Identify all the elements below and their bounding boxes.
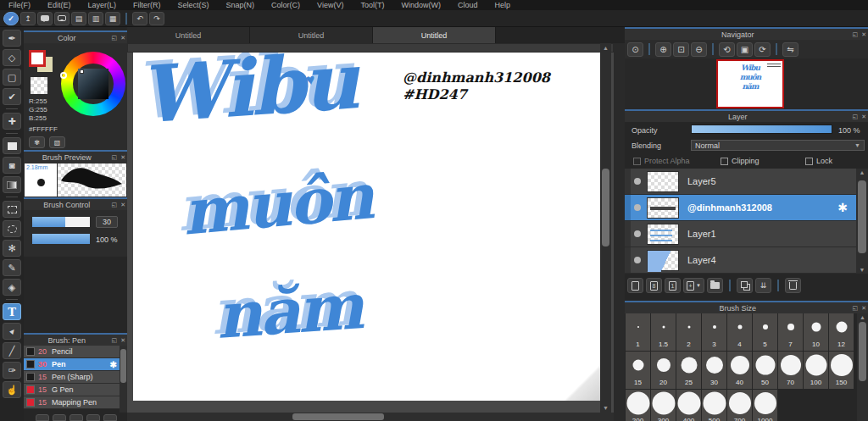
blending-dropdown[interactable]: Normal ▼ bbox=[691, 140, 865, 151]
clipping-checkbox[interactable]: Clipping bbox=[721, 157, 760, 165]
brush-row-pen[interactable]: 30 Pen ✱ bbox=[24, 358, 127, 371]
brush-size-option[interactable]: 20 bbox=[651, 352, 676, 389]
popout-icon[interactable]: ◱ bbox=[110, 337, 120, 344]
add-layer-button[interactable] bbox=[627, 278, 643, 293]
form-settings-button[interactable]: ▥ bbox=[88, 12, 103, 25]
popout-icon[interactable]: ◱ bbox=[110, 154, 120, 161]
hand-tool[interactable]: ☝ bbox=[3, 381, 21, 398]
brush-size-option[interactable]: 40 bbox=[727, 352, 752, 389]
menu-view[interactable]: View(V) bbox=[309, 1, 352, 9]
transparent-color-swatch[interactable] bbox=[31, 77, 47, 94]
brush-size-option[interactable]: 3 bbox=[702, 313, 726, 351]
brush-size-option[interactable]: 700 bbox=[727, 390, 752, 421]
menu-layer[interactable]: Layer(L) bbox=[80, 1, 125, 9]
canvas-settings-button[interactable]: ▦ bbox=[105, 12, 120, 25]
popout-icon[interactable]: ◱ bbox=[851, 31, 860, 38]
visibility-dot-icon[interactable] bbox=[634, 204, 641, 211]
canvas-horizontal-scrollbar[interactable] bbox=[127, 413, 614, 421]
canvas-document[interactable]: Wibu ♥ @dinhmanh312008 #HD247 muôn năm bbox=[133, 53, 602, 401]
brush-size-option[interactable]: 70 bbox=[778, 352, 803, 389]
menu-help[interactable]: Help bbox=[486, 1, 519, 9]
lasso-tool[interactable] bbox=[3, 220, 21, 237]
add-1bit-layer-button[interactable]: 1 bbox=[665, 278, 681, 293]
close-icon[interactable]: ✕ bbox=[119, 202, 127, 208]
layer-row-dinhmanh[interactable]: @dinhmanh312008 ✱ bbox=[625, 195, 856, 221]
scroll-up-icon[interactable]: ▲ bbox=[856, 169, 868, 175]
publish-button[interactable]: ↥ bbox=[20, 12, 36, 25]
brush-size-option[interactable]: 1 bbox=[626, 313, 650, 351]
add-layer-menu-button[interactable]: +▼ bbox=[683, 278, 704, 293]
comment-button[interactable] bbox=[37, 12, 53, 25]
brush-size-option[interactable]: 150 bbox=[829, 352, 854, 389]
zoom-out-button[interactable]: ⊖ bbox=[691, 42, 707, 57]
brush-size-option[interactable]: 300 bbox=[651, 390, 676, 421]
brush-size-option[interactable]: 10 bbox=[804, 313, 828, 351]
canvas-viewport[interactable]: Wibu ♥ @dinhmanh312008 #HD247 muôn năm bbox=[127, 53, 614, 413]
canvas-vertical-scrollbar[interactable]: ▲ ▼ bbox=[600, 43, 611, 413]
document-button[interactable]: ▤ bbox=[71, 12, 86, 25]
popout-icon[interactable]: ◱ bbox=[110, 202, 120, 208]
brush-size-scrollbar[interactable]: ▲ bbox=[857, 313, 868, 421]
brush-size-option[interactable]: 100 bbox=[804, 352, 828, 389]
cloud-save-button[interactable]: ✓ bbox=[3, 12, 19, 25]
brush-button[interactable] bbox=[103, 414, 117, 421]
close-icon[interactable]: ✕ bbox=[860, 114, 868, 120]
scroll-up-icon[interactable]: ▲ bbox=[857, 314, 868, 320]
scrollbar-thumb[interactable] bbox=[859, 322, 866, 381]
close-icon[interactable]: ✕ bbox=[860, 305, 868, 312]
brush-size-value[interactable]: 30 bbox=[96, 216, 118, 228]
brush-size-option[interactable]: 1.5 bbox=[651, 313, 676, 351]
brush-size-option[interactable]: 50 bbox=[753, 352, 777, 389]
layer-list-scrollbar[interactable]: ▲ ▼ bbox=[856, 169, 868, 274]
add-8bit-layer-button[interactable]: 8 bbox=[646, 278, 662, 293]
brush-size-option[interactable]: 4 bbox=[727, 313, 752, 351]
color-set-button[interactable]: ▧ bbox=[49, 136, 65, 148]
reset-view-button[interactable]: ▣ bbox=[737, 42, 753, 57]
lock-checkbox[interactable]: Lock bbox=[805, 157, 832, 165]
menu-tool[interactable]: Tool(T) bbox=[352, 1, 392, 9]
gradient-tool[interactable] bbox=[3, 176, 21, 193]
brush-size-option[interactable]: 200 bbox=[626, 390, 650, 421]
zoom-100-button[interactable]: ⊙ bbox=[627, 42, 643, 57]
duplicate-layer-button[interactable] bbox=[737, 278, 753, 293]
brush-size-option[interactable]: 15 bbox=[626, 352, 650, 389]
sv-cursor[interactable] bbox=[80, 69, 84, 74]
layer-row-layer5[interactable]: Layer5 bbox=[625, 169, 856, 195]
eraser-tool[interactable]: ◇ bbox=[3, 49, 21, 66]
menu-file[interactable]: File(F) bbox=[0, 1, 39, 9]
brush-list-scrollbar[interactable] bbox=[120, 346, 127, 413]
select-pen-tool[interactable]: ✎ bbox=[3, 259, 21, 276]
menu-edit[interactable]: Edit(E) bbox=[39, 1, 80, 9]
scrollbar-thumb[interactable] bbox=[858, 180, 866, 253]
gear-icon[interactable]: ✱ bbox=[110, 360, 117, 369]
menu-cloud[interactable]: Cloud bbox=[449, 1, 487, 9]
menu-snap[interactable]: Snap(N) bbox=[218, 1, 264, 9]
brush-size-option[interactable]: 2 bbox=[676, 313, 701, 351]
flip-lock-button[interactable]: ⇋ bbox=[782, 42, 798, 57]
visibility-dot-icon[interactable] bbox=[634, 178, 641, 185]
brush-size-option[interactable]: 7 bbox=[778, 313, 803, 351]
zoom-in-button[interactable]: ⊕ bbox=[655, 42, 671, 57]
close-icon[interactable]: ✕ bbox=[860, 31, 868, 38]
brush-row-g-pen[interactable]: 15 G Pen bbox=[24, 384, 127, 396]
scroll-down-icon[interactable]: ▼ bbox=[600, 405, 611, 411]
rotate-right-button[interactable]: ⟳ bbox=[754, 42, 771, 57]
scroll-down-icon[interactable]: ▼ bbox=[856, 267, 868, 273]
tab-untitled-3[interactable]: Untitled bbox=[373, 27, 496, 43]
brush-button[interactable] bbox=[70, 414, 83, 421]
brush-size-option[interactable]: 500 bbox=[702, 390, 726, 421]
gear-icon[interactable]: ✱ bbox=[837, 201, 848, 214]
merge-layer-button[interactable]: ⇊ bbox=[755, 278, 771, 293]
bucket-tool[interactable]: ◙ bbox=[3, 157, 21, 174]
brush-button[interactable] bbox=[53, 414, 66, 421]
close-icon[interactable]: ✕ bbox=[119, 154, 127, 161]
brush-size-option[interactable]: 5 bbox=[753, 313, 777, 351]
operation-tool[interactable]: ► bbox=[3, 323, 21, 340]
fit-screen-button[interactable]: ⊡ bbox=[673, 42, 689, 57]
redo-button[interactable]: ↷ bbox=[149, 12, 164, 25]
visibility-dot-icon[interactable] bbox=[634, 257, 641, 263]
fill-rect-tool[interactable] bbox=[3, 137, 21, 154]
brush-size-option[interactable]: 12 bbox=[829, 313, 854, 351]
popout-icon[interactable]: ◱ bbox=[851, 305, 860, 312]
brush-button[interactable] bbox=[86, 414, 100, 421]
